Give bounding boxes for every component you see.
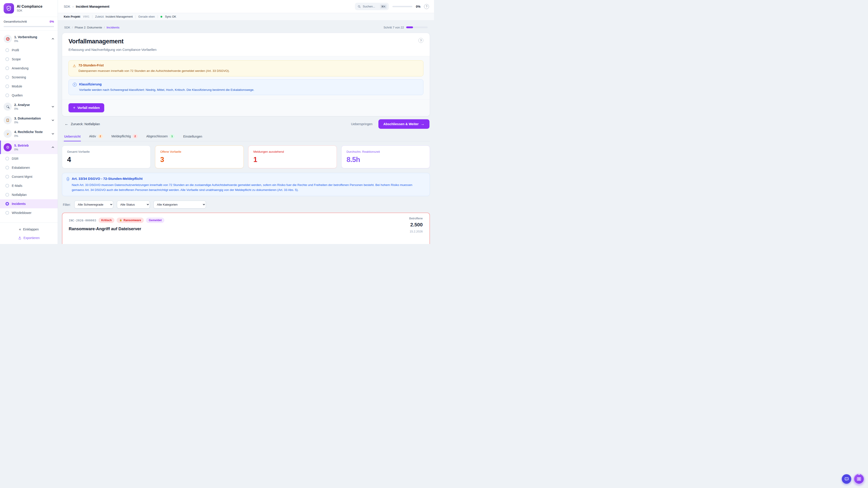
last-label: Zuletzt: — [95, 15, 104, 18]
warning-alert-text: Datenpannen muessen innerhalb von 72 Stu… — [79, 69, 230, 73]
law-info-box: i Art. 33/34 DSGVO - 72-Stunden-Meldepfl… — [62, 173, 430, 196]
radio-icon — [5, 211, 9, 215]
tab-bar: Uebersicht Aktiv 2 Meldepflichtig 2 Abge… — [62, 132, 430, 141]
breadcrumb-root[interactable]: SDK — [64, 5, 70, 8]
tab-uebersicht[interactable]: Uebersicht — [64, 132, 81, 141]
tab-aktiv[interactable]: Aktiv 2 — [89, 132, 103, 141]
app-logo-row: AI Compliance SDK — [0, 0, 58, 17]
step-indicator: Schritt 7 von 22 — [383, 26, 404, 29]
header-progress-bar — [393, 6, 412, 7]
project-name: Kein Projekt — [64, 15, 80, 18]
sidebar-item-consent-mgmt[interactable]: Consent Mgmt — [0, 172, 58, 181]
category-badge: Ransomware — [117, 218, 144, 223]
complete-next-button[interactable]: Abschliessen & Weiter → — [378, 119, 430, 129]
last-value: Incident Management — [105, 15, 133, 18]
page-header-card: Vorfallmanagement Erfassung und Nachverf… — [62, 33, 430, 116]
incident-date: 15.2.2026 — [409, 230, 423, 233]
sidebar-item-eskalationen[interactable]: Eskalationen — [0, 163, 58, 172]
export-button[interactable]: Exportieren — [0, 234, 58, 242]
lock-icon — [119, 219, 122, 222]
affected-label: Betroffene — [409, 217, 423, 220]
sidebar-section-rechtliche-texte[interactable]: 4. Rechtliche Texte 0% — [0, 127, 58, 140]
target-icon — [4, 35, 12, 43]
sidebar-item-anwendung[interactable]: Anwendung — [0, 64, 58, 73]
section-percent: 0% — [14, 39, 49, 43]
tab-label: Meldepflichtig — [112, 134, 131, 138]
search-icon — [358, 5, 361, 8]
memo-icon — [4, 130, 12, 138]
affected-value: 2.500 — [409, 222, 423, 228]
sidebar-item-scope[interactable]: Scope — [0, 55, 58, 64]
tab-label: Einstellungen — [183, 135, 202, 138]
page-title: Vorfallmanagement — [68, 38, 418, 45]
back-link[interactable]: ← Zurueck: Notfallplan — [62, 120, 102, 128]
tab-meldepflichtig[interactable]: Meldepflichtig 2 — [111, 132, 138, 141]
category-filter-select[interactable]: Alle Kategorien — [153, 201, 206, 208]
breadcrumb-current: Incident Management — [76, 5, 109, 8]
sidebar-section-dokumentation[interactable]: 3. Dokumentation 0% — [0, 113, 58, 127]
warning-alert-title: 72-Stunden-Frist — [79, 64, 230, 67]
skip-button[interactable]: Ueberspringen — [350, 121, 374, 128]
chevron-down-icon — [51, 132, 55, 135]
sidebar-item-emails[interactable]: E-Mails — [0, 181, 58, 190]
tab-abgeschlossen[interactable]: Abgeschlossen 1 — [146, 132, 175, 141]
section-percent: 0% — [14, 121, 49, 124]
chevron-up-icon — [51, 37, 55, 40]
sidebar-item-profil[interactable]: Profil — [0, 46, 58, 55]
tab-label: Abgeschlossen — [146, 134, 168, 138]
version-badge: V001 — [83, 15, 90, 18]
sidebar-section-betrieb[interactable]: ⚙ 5. Betrieb 0% — [0, 140, 58, 154]
breadcrumb-root[interactable]: SDK — [64, 26, 70, 29]
report-incident-button[interactable]: + Vorfall melden — [68, 103, 104, 112]
complete-next-label: Abschliessen & Weiter — [383, 122, 418, 126]
help-icon[interactable]: ? — [418, 38, 423, 43]
tab-einstellungen[interactable]: Einstellungen — [183, 132, 203, 141]
incident-card[interactable]: INC-2026-000003 Kritisch Ransomware Geme… — [62, 213, 430, 244]
sidebar-item-dsr[interactable]: DSR — [0, 154, 58, 163]
arrow-right-icon: → — [421, 122, 425, 126]
sidebar-item-label: Eskalationen — [12, 166, 30, 169]
sidebar-section-vorbereitung[interactable]: 1. Vorbereitung 0% — [0, 32, 58, 46]
sidebar-item-notfallplan[interactable]: Notfallplan — [0, 190, 58, 199]
tab-count-badge: 2 — [98, 134, 103, 138]
sidebar-item-module[interactable]: Module — [0, 82, 58, 91]
severity-badge: Kritisch — [98, 218, 115, 223]
radio-icon — [5, 184, 9, 188]
info-alert: i Klassifizierung Vorfaelle werden nach … — [68, 79, 423, 95]
last-saved-time: Gerade eben — [138, 15, 155, 18]
collapse-sidebar-button[interactable]: « Einklappen — [0, 225, 58, 234]
incident-meta: Betroffene 2.500 15.2.2026 — [409, 217, 423, 233]
plus-icon: + — [73, 105, 75, 110]
warning-icon: ⚠ — [73, 64, 76, 73]
stat-value: 8.5h — [346, 156, 425, 164]
radio-icon — [5, 94, 9, 97]
radio-icon — [5, 175, 9, 178]
stat-value: 3 — [160, 156, 239, 164]
sidebar-item-label: Quellen — [12, 94, 23, 97]
overall-progress-label: Gesamtfortschritt — [4, 20, 27, 23]
status-filter-select[interactable]: Alle Status — [117, 201, 150, 208]
sidebar-item-label: Scope — [12, 57, 21, 61]
keyboard-shortcut-badge: ⌘K — [380, 4, 387, 9]
section-label: 3. Dokumentation — [14, 117, 41, 120]
sidebar-item-incidents[interactable]: Incidents — [0, 199, 58, 208]
page-subtitle: Erfassung und Nachverfolgung von Complia… — [68, 48, 418, 52]
sidebar-item-screening[interactable]: Screening — [0, 73, 58, 82]
severity-filter-select[interactable]: Alle Schweregrade — [74, 201, 113, 208]
sync-status-dot — [160, 16, 162, 18]
breadcrumb-phase[interactable]: Phase 2: Dokumente — [74, 26, 102, 29]
app-title: AI Compliance — [17, 4, 42, 8]
section-percent: 0% — [14, 107, 49, 110]
stat-value: 1 — [253, 156, 332, 164]
page-content: SDK / Phase 2: Dokumente / Incidents Sch… — [58, 21, 434, 244]
sidebar-section-analyse[interactable]: 2. Analyse 0% — [0, 100, 58, 113]
sidebar-item-whistleblower[interactable]: Whistleblower — [0, 208, 58, 217]
status-bar: Kein Projekt V001 Zuletzt: Incident Mana… — [58, 13, 434, 21]
sidebar-item-quellen[interactable]: Quellen — [0, 91, 58, 100]
filter-row: Filter: Alle Schweregrade Alle Status Al… — [62, 201, 430, 208]
stat-card-pending-reports: Meldungen ausstehend 1 — [248, 145, 337, 168]
help-icon[interactable]: ? — [424, 4, 429, 9]
search-input[interactable]: Suchen... ⌘K — [355, 3, 389, 10]
radio-selected-icon — [5, 202, 9, 205]
overall-progress-value: 0% — [50, 20, 54, 23]
